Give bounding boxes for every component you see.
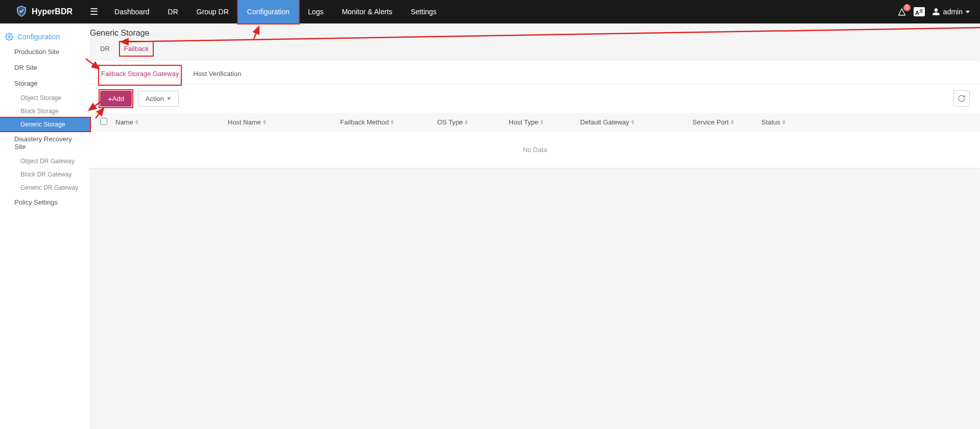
panel: Failback Storage Gateway Host Verificati…	[90, 61, 980, 168]
sidebar-object-storage[interactable]: Object Storage	[0, 91, 90, 105]
th-checkbox[interactable]	[100, 118, 115, 127]
sidebar-generic-dr-gw[interactable]: Generic DR Gateway	[0, 181, 90, 194]
th-host-label: Host Name	[228, 118, 261, 126]
page-title: Generic Storage	[90, 23, 980, 43]
brand-name: HyperBDR	[32, 7, 73, 16]
sidebar-block-dr-gw[interactable]: Block DR Gateway	[0, 168, 90, 181]
th-gateway-label: Default Gateway	[580, 118, 629, 126]
language-label: A	[915, 9, 919, 15]
sidebar-header-label: Configuration	[17, 33, 60, 41]
sidebar-block-storage[interactable]: Block Storage	[0, 105, 90, 118]
sort-icon	[631, 120, 634, 124]
sort-icon	[465, 120, 468, 124]
sort-icon	[782, 120, 785, 124]
shield-icon	[15, 5, 28, 19]
sidebar-recovery-site[interactable]: Disastery Recovery Site	[0, 131, 90, 155]
th-method-label: Failback Method	[340, 118, 389, 126]
tab-failback[interactable]: Failback	[121, 43, 152, 55]
main-content: Generic Storage DR Failback Failback Sto…	[90, 23, 980, 429]
th-name[interactable]: Name	[115, 118, 228, 126]
action-button-label: Action	[146, 95, 164, 103]
user-name: admin	[943, 8, 963, 16]
sort-icon	[731, 120, 734, 124]
sort-icon	[391, 120, 394, 124]
nav-configuration[interactable]: Configuration	[238, 0, 299, 23]
nav-logs[interactable]: Logs	[299, 0, 332, 23]
th-host[interactable]: Host Name	[228, 118, 340, 126]
th-port[interactable]: Service Port	[692, 118, 761, 126]
data-table: Name Host Name Failback Method OS Type H…	[90, 113, 980, 168]
table-header: Name Host Name Failback Method OS Type H…	[90, 113, 980, 132]
tab-host-verification[interactable]: Host Verification	[192, 67, 242, 84]
gear-icon	[5, 33, 13, 41]
sidebar-policy[interactable]: Policy Settings	[0, 194, 90, 210]
th-status-label: Status	[761, 118, 780, 126]
user-icon	[932, 8, 940, 16]
sort-icon	[263, 120, 266, 124]
sort-icon	[540, 120, 543, 124]
action-dropdown[interactable]: Action	[138, 91, 179, 107]
notification-badge: 0	[903, 4, 911, 11]
nav-groupdr[interactable]: Group DR	[187, 0, 238, 23]
nav-dr[interactable]: DR	[159, 0, 187, 23]
sidebar-production-site[interactable]: Production Site	[0, 44, 90, 60]
sidebar-header: Configuration	[0, 30, 90, 44]
user-menu[interactable]: admin	[932, 8, 970, 16]
nav-links: Dashboard DR Group DR Configuration Logs…	[105, 0, 446, 23]
table-body-empty: No Data	[90, 132, 980, 168]
tab-dr[interactable]: DR	[97, 43, 113, 55]
sidebar-storage[interactable]: Storage	[0, 75, 90, 91]
topbar-right: 0 A文 admin	[897, 7, 970, 17]
nav-dashboard[interactable]: Dashboard	[105, 0, 159, 23]
th-htype-label: Host Type	[509, 118, 538, 126]
add-button-label: Add	[112, 95, 124, 103]
th-gateway[interactable]: Default Gateway	[580, 118, 692, 126]
notification-icon[interactable]: 0	[897, 7, 906, 16]
select-all-checkbox[interactable]	[100, 118, 107, 125]
sidebar: Configuration Production Site DR Site St…	[0, 23, 90, 429]
language-toggle[interactable]: A文	[914, 7, 925, 17]
refresh-button[interactable]	[953, 90, 970, 107]
th-os-label: OS Type	[437, 118, 463, 126]
logo[interactable]: HyperBDR	[15, 5, 73, 19]
plus-icon: +	[108, 95, 112, 103]
sidebar-object-dr-gw[interactable]: Object DR Gateway	[0, 155, 90, 168]
action-row: +Add Action	[90, 84, 980, 113]
topbar: HyperBDR ☰ Dashboard DR Group DR Configu…	[0, 0, 980, 23]
sidebar-dr-site[interactable]: DR Site	[0, 60, 90, 75]
tab-row-secondary: Failback Storage Gateway Host Verificati…	[90, 61, 980, 84]
sort-icon	[135, 120, 138, 124]
th-os[interactable]: OS Type	[437, 118, 509, 126]
hamburger-icon[interactable]: ☰	[83, 6, 105, 17]
th-status[interactable]: Status	[761, 118, 970, 126]
add-button[interactable]: +Add	[100, 91, 132, 107]
refresh-icon	[958, 94, 966, 103]
chevron-down-icon	[167, 97, 171, 100]
th-htype[interactable]: Host Type	[509, 118, 580, 126]
tab-failback-gateway[interactable]: Failback Storage Gateway	[100, 67, 180, 84]
th-name-label: Name	[115, 118, 133, 126]
tab-row-primary: DR Failback	[97, 43, 980, 55]
svg-point-0	[8, 36, 10, 38]
caret-down-icon	[966, 11, 970, 13]
nav-settings[interactable]: Settings	[401, 0, 446, 23]
nav-monitor[interactable]: Monitor & Alerts	[332, 0, 401, 23]
sidebar-generic-storage[interactable]: Generic Storage	[0, 118, 90, 131]
th-port-label: Service Port	[692, 118, 729, 126]
th-method[interactable]: Failback Method	[340, 118, 437, 126]
